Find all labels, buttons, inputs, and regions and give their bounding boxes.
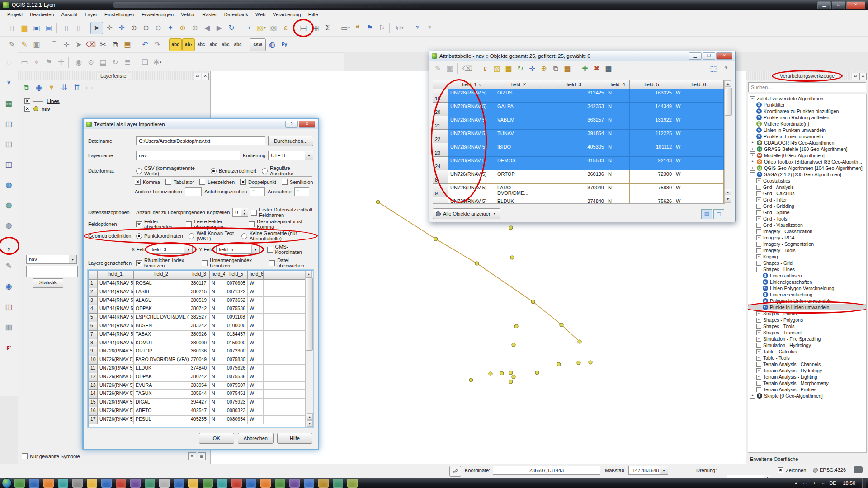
attribute-row[interactable]: 20UN728(RNAV 5)GALPA342353N144349W: [433, 103, 724, 116]
expand-icon[interactable]: +: [756, 375, 761, 380]
add-feature-button[interactable]: ⌒: [48, 39, 60, 51]
language-indicator[interactable]: DE: [829, 480, 836, 486]
tree-item[interactable]: +Terrain Analysis - Hydrology: [748, 367, 866, 374]
preview-table-row[interactable]: 13UN726(RNAV 5)EVURA383954N0075507W: [89, 382, 313, 390]
help-button[interactable]: ?: [721, 63, 731, 74]
tree-item[interactable]: +Terrain Analysis - Profiles: [748, 386, 866, 393]
copy-selection-button[interactable]: ⧉: [550, 63, 561, 74]
attribute-row[interactable]: 24UN728(RNAV 5)DEMOS415533N92143W: [433, 157, 724, 170]
crs-status[interactable]: EPSG:4326: [813, 467, 846, 473]
expand-icon[interactable]: +: [756, 349, 761, 354]
composer-manager-button[interactable]: ▯: [73, 22, 85, 34]
selected-symbols-checkbox-row[interactable]: Nur gewählte Symbole: [22, 453, 80, 459]
save-edits-button[interactable]: ▣: [444, 63, 455, 74]
rotate-label-button[interactable]: ↻: [109, 56, 121, 68]
abbrechen-button[interactable]: Abbrechen: [238, 433, 274, 444]
coordinate-input[interactable]: 236607,131443: [493, 466, 600, 475]
tree-item[interactable]: +Grid - Gridding: [748, 203, 866, 209]
new-bookmark-button[interactable]: ⚑: [364, 22, 376, 34]
select-features-button[interactable]: ▧▾: [255, 22, 267, 34]
tree-item[interactable]: +Simulation - Hydrology: [748, 342, 866, 348]
volume-icon[interactable]: ◖: [811, 480, 817, 486]
expand-icon[interactable]: +: [756, 311, 761, 316]
attribute-row[interactable]: 23UN728(RNAV 5)IBIDO405305N101112W: [433, 143, 724, 157]
menu-layer[interactable]: Layer: [81, 10, 101, 19]
tree-item[interactable]: +Terrain Analysis - Channels: [748, 361, 866, 367]
vertical-scrollbar[interactable]: ▲ ▲ ▼: [305, 271, 313, 427]
invert-selection-button[interactable]: ↻: [515, 63, 526, 74]
header-lines-spinner[interactable]: 0▲▼: [232, 208, 248, 217]
toggle-editing-button[interactable]: ✎: [433, 63, 443, 74]
refresh-button[interactable]: ↻: [226, 22, 237, 34]
label-options-3-button[interactable]: abc: [220, 39, 231, 51]
pin-labels-button[interactable]: ◉: [73, 56, 85, 68]
pan-to-selection-button[interactable]: ✛: [527, 63, 538, 74]
new-field-button[interactable]: ✚: [580, 63, 590, 74]
start-button[interactable]: [2, 478, 12, 488]
tree-item[interactable]: +Terrain Analysis - Morphometry: [748, 380, 866, 386]
expand-icon[interactable]: +: [756, 362, 761, 367]
preview-table-row[interactable]: 8UM744(RNAV 5)KOMUT380000N0150000W: [89, 339, 313, 348]
float-panel-button[interactable]: ⧉: [194, 73, 201, 80]
statistics-field-list[interactable]: [26, 266, 78, 277]
preview-table-row[interactable]: 10UN726(RNAV 5)FARO DVOR/DME (VFA)370049…: [89, 356, 313, 365]
svg-annotation-button[interactable]: ⚑: [43, 56, 55, 68]
gms-checkbox[interactable]: GMS-Koordinaten: [267, 244, 313, 255]
first-record-checkbox[interactable]: Erster Datensatz enthält Feldnamen: [251, 207, 313, 218]
expand-all-button[interactable]: ⇊: [60, 83, 69, 92]
new-project-button[interactable]: ▯: [6, 22, 18, 34]
layer-prop-option-r-umlichen-index-benutzen[interactable]: ✕Räumlichen Index benutzen: [136, 258, 196, 268]
scroll-down-arrow[interactable]: ▼: [725, 196, 731, 202]
expand-icon[interactable]: +: [756, 324, 761, 329]
expand-icon[interactable]: +: [756, 191, 761, 196]
paste-features-button[interactable]: ▤: [122, 39, 133, 51]
taskbar-app-23[interactable]: [333, 479, 343, 488]
tree-item[interactable]: SLinieneigenschaften: [748, 279, 866, 285]
maximize-button[interactable]: ❐: [703, 52, 715, 60]
expand-icon[interactable]: +: [756, 229, 761, 234]
scroll-up-arrow[interactable]: ▲: [306, 271, 312, 277]
collapse-all-button[interactable]: ⇈: [72, 83, 81, 92]
filename-input[interactable]: C:/Users/Arbeits/Desktop/nav.txt: [136, 136, 265, 145]
tree-item[interactable]: +Grid - Visualization: [748, 222, 866, 228]
tree-item[interactable]: SKoordinaten zu Punkten hinzufügen: [748, 108, 866, 114]
save-layer-edits-button[interactable]: ▣: [31, 39, 42, 51]
tree-item[interactable]: SPunktfilter: [748, 102, 866, 108]
taskbar-app-2[interactable]: [29, 479, 39, 488]
field-option-dezimalseparator-ist-komma[interactable]: Dezimalseparator ist Komma: [249, 219, 311, 230]
preview-table-row[interactable]: 3UM744(RNAV 5)ALAGU380519N0073652W: [89, 297, 313, 305]
separator-option-komma[interactable]: ✕Komma: [135, 179, 160, 185]
tree-item[interactable]: SLinien in Punkten umwandeln: [748, 127, 866, 133]
zoom-native-button[interactable]: ⊙: [152, 22, 164, 34]
messages-button[interactable]: …: [854, 466, 863, 473]
maximize-button[interactable]: ❐: [832, 1, 845, 9]
tree-item[interactable]: +Imagery - Segmentation: [748, 241, 866, 247]
expand-icon[interactable]: +: [756, 178, 761, 183]
scale-combo[interactable]: .147.483.648▼: [628, 466, 668, 475]
tree-item[interactable]: +Table - Calculus: [748, 348, 866, 355]
grid-toggle-button[interactable]: ✱▾: [151, 56, 163, 68]
tree-item[interactable]: −Shapes - Lines: [748, 266, 866, 272]
tree-item[interactable]: +Simulation - Fire Spreading: [748, 336, 866, 342]
browse-button[interactable]: Durchsuchen...: [268, 136, 313, 146]
expand-icon[interactable]: +: [750, 141, 755, 145]
collapse-icon[interactable]: −: [750, 172, 755, 177]
xfield-combo[interactable]: field_3▼: [149, 245, 193, 254]
html-annotation-button[interactable]: ⌖: [31, 56, 42, 68]
statistics-layer-combo[interactable]: nav ▼: [26, 255, 77, 264]
form-view-button[interactable]: ▢: [713, 209, 724, 219]
taskbar-app-19[interactable]: [275, 479, 285, 488]
attribute-row[interactable]: 19UN728(RNAV 5)ORTIS312425N163325W: [433, 89, 724, 103]
new-print-composer-button[interactable]: ▯: [61, 22, 72, 34]
table-view-button[interactable]: ▤: [701, 209, 712, 219]
add-virtual-layer-button[interactable]: ▦: [3, 321, 15, 333]
preview-table-row[interactable]: 7UM744(RNAV 5)TABAX380926N0134457W: [89, 331, 313, 339]
statistical-summary-button[interactable]: Σ: [322, 22, 334, 34]
clock[interactable]: 18:50: [839, 480, 859, 486]
tree-item[interactable]: +Grid - Calculus: [748, 190, 866, 197]
tree-item[interactable]: +Terrain Analysis - Lighting: [748, 374, 866, 380]
add-postgis-layer-button[interactable]: ◫: [3, 118, 15, 130]
current-edits-button[interactable]: ✎: [6, 39, 18, 51]
expand-icon[interactable]: +: [756, 387, 761, 392]
other-separator-input[interactable]: [185, 187, 202, 196]
